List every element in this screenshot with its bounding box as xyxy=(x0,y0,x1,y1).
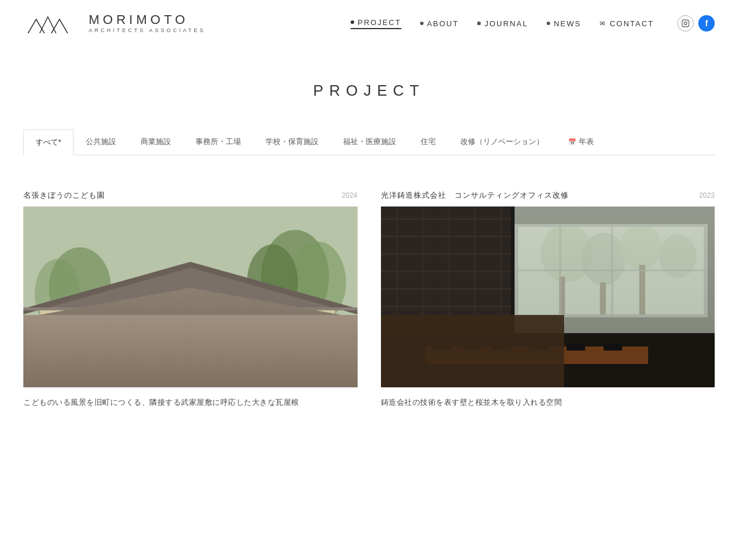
nav-about[interactable]: ABOUT xyxy=(420,19,459,28)
svg-rect-42 xyxy=(381,271,511,272)
filter-tab-public[interactable]: 公共施設 xyxy=(74,129,128,155)
nav-contact-label: CONTACT xyxy=(610,19,654,28)
svg-rect-48 xyxy=(447,206,450,335)
svg-rect-41 xyxy=(381,253,511,255)
page-title-area: PROJECT xyxy=(23,47,715,129)
logo-area[interactable]: MORIMOTO ARCHITECTS ASSOCIATES xyxy=(23,9,205,38)
svg-rect-55 xyxy=(492,344,510,351)
nav-project-dot xyxy=(351,20,354,24)
nav-contact-icon: ✉ xyxy=(600,20,606,27)
svg-rect-43 xyxy=(381,288,511,290)
nav-project[interactable]: PROJECT xyxy=(351,18,401,29)
logo-text: MORIMOTO ARCHITECTS ASSOCIATES xyxy=(89,13,205,34)
svg-rect-56 xyxy=(529,344,548,351)
facebook-icon[interactable]: f xyxy=(698,15,715,32)
svg-point-1 xyxy=(684,22,687,25)
filter-tab-welfare[interactable]: 福祉・医療施設 xyxy=(331,129,408,155)
project-2-name: 光洋鋳造株式会社 コンサルティングオフィス改修 xyxy=(381,190,569,201)
svg-rect-14 xyxy=(57,317,64,361)
svg-rect-10 xyxy=(40,306,335,358)
filter-tab-office[interactable]: 事務所・工場 xyxy=(183,129,253,155)
svg-point-2 xyxy=(687,21,688,22)
instagram-icon[interactable] xyxy=(677,15,694,32)
svg-rect-49 xyxy=(474,206,476,335)
nav-project-label: PROJECT xyxy=(358,18,401,27)
svg-rect-53 xyxy=(433,344,452,351)
project-card-1-header: 名張きぼうのこども園 2024 xyxy=(23,190,358,201)
social-icons: f xyxy=(677,15,715,32)
svg-rect-51 xyxy=(381,335,715,387)
svg-rect-47 xyxy=(421,206,424,335)
svg-rect-39 xyxy=(381,218,511,220)
project-card-1[interactable]: 名張きぼうのこども園 2024 xyxy=(23,190,358,409)
nav-news[interactable]: NEWS xyxy=(547,19,581,28)
svg-rect-50 xyxy=(499,206,502,335)
logo-name: MORIMOTO xyxy=(89,13,205,27)
svg-rect-13 xyxy=(23,307,358,310)
svg-rect-44 xyxy=(381,306,511,307)
svg-rect-15 xyxy=(97,317,104,361)
svg-rect-35 xyxy=(559,224,561,317)
project-1-name: 名張きぼうのこども園 xyxy=(23,190,105,201)
svg-point-26 xyxy=(620,224,661,271)
filter-tab-school[interactable]: 学校・保育施設 xyxy=(253,129,331,155)
svg-rect-57 xyxy=(566,344,585,351)
svg-rect-20 xyxy=(40,341,335,346)
project-1-description: こどものいる風景を旧町につくる、隣接する武家屋敷に呼応した大きな瓦屋根 xyxy=(23,396,358,409)
svg-rect-37 xyxy=(515,270,708,271)
project-2-image xyxy=(381,206,715,387)
filter-tab-commercial[interactable]: 商業施設 xyxy=(128,129,183,155)
svg-rect-9 xyxy=(23,346,358,387)
project-1-year: 2024 xyxy=(342,191,358,200)
site-header: MORIMOTO ARCHITECTS ASSOCIATES PROJECT A… xyxy=(0,0,738,47)
svg-rect-23 xyxy=(515,224,708,317)
svg-point-27 xyxy=(659,234,697,278)
svg-rect-54 xyxy=(462,344,481,351)
svg-rect-19 xyxy=(300,317,307,361)
svg-rect-21 xyxy=(148,320,221,352)
filter-tab-all[interactable]: すべて* xyxy=(23,130,74,155)
svg-rect-34 xyxy=(704,224,707,317)
main-nav: PROJECT ABOUT JOURNAL NEWS ✉ CONTACT xyxy=(351,15,715,32)
svg-rect-16 xyxy=(137,317,144,361)
nav-about-dot xyxy=(420,22,424,25)
page-title: PROJECT xyxy=(23,82,715,100)
project-card-2[interactable]: 光洋鋳造株式会社 コンサルティングオフィス改修 2023 xyxy=(381,190,715,409)
svg-point-25 xyxy=(581,233,625,285)
filter-tab-renovation[interactable]: 改修（リノベーション） xyxy=(448,129,556,155)
project-card-2-header: 光洋鋳造株式会社 コンサルティングオフィス改修 2023 xyxy=(381,190,715,201)
svg-rect-45 xyxy=(381,323,511,325)
svg-rect-58 xyxy=(603,344,622,351)
svg-rect-0 xyxy=(682,20,689,27)
svg-point-24 xyxy=(540,224,592,282)
nav-journal[interactable]: JOURNAL xyxy=(477,19,528,28)
project-grid: 名張きぼうのこども園 2024 xyxy=(23,190,715,409)
svg-rect-33 xyxy=(515,224,518,317)
project-2-year: 2023 xyxy=(699,191,715,200)
nav-contact[interactable]: ✉ CONTACT xyxy=(600,19,654,28)
project-1-image xyxy=(23,206,358,387)
filter-tab-timeline[interactable]: 📅 年表 xyxy=(556,129,606,155)
nav-journal-label: JOURNAL xyxy=(484,19,528,28)
logo-sub: ARCHITECTS ASSOCIATES xyxy=(89,28,205,34)
main-content: PROJECT すべて* 公共施設 商業施設 事務所・工場 学校・保育施設 福祉… xyxy=(0,47,738,409)
svg-rect-31 xyxy=(515,224,708,227)
svg-rect-29 xyxy=(600,282,606,317)
svg-point-8 xyxy=(34,259,80,329)
nav-news-label: NEWS xyxy=(554,19,581,28)
svg-rect-40 xyxy=(381,236,511,237)
project-2-description: 鋳造会社の技術を表す壁と桜並木を取り入れる空間 xyxy=(381,396,715,409)
svg-rect-46 xyxy=(396,206,398,335)
logo-mountain-icon xyxy=(23,9,82,38)
svg-rect-32 xyxy=(515,314,708,317)
svg-rect-18 xyxy=(261,317,268,361)
filter-tabs: すべて* 公共施設 商業施設 事務所・工場 学校・保育施設 福祉・医療施設 住宅… xyxy=(23,129,715,155)
svg-rect-36 xyxy=(611,224,613,317)
calendar-icon: 📅 xyxy=(568,138,576,146)
svg-rect-28 xyxy=(559,276,565,323)
svg-rect-30 xyxy=(639,265,645,317)
filter-tab-house[interactable]: 住宅 xyxy=(408,129,448,155)
nav-about-label: ABOUT xyxy=(427,19,459,28)
nav-journal-dot xyxy=(477,22,481,25)
svg-rect-38 xyxy=(381,206,511,387)
